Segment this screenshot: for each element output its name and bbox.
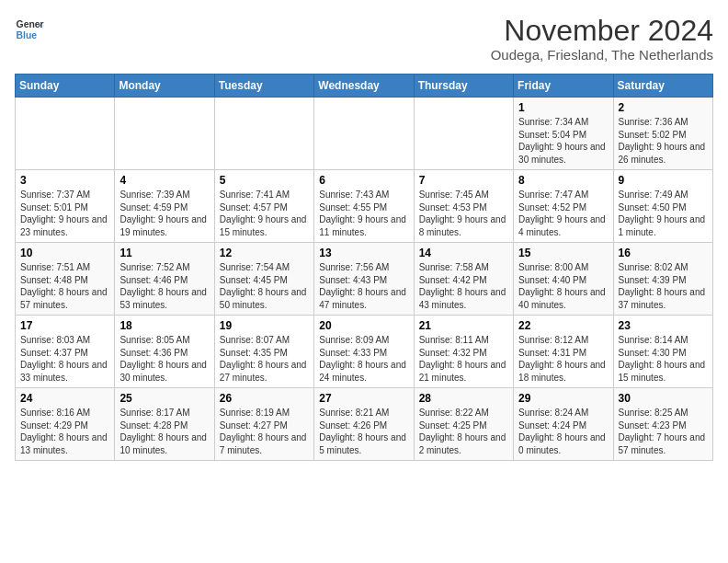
cell-text-line: Sunrise: 7:49 AM	[619, 190, 688, 200]
cell-text-line: Sunset: 4:42 PM	[419, 275, 487, 285]
logo-icon: General Blue	[15, 15, 44, 44]
cell-content: Sunrise: 8:24 AMSunset: 4:24 PMDaylight:…	[518, 407, 608, 456]
calendar-cell: 27Sunrise: 8:21 AMSunset: 4:26 PMDayligh…	[314, 388, 414, 461]
cell-text-line: Sunrise: 7:52 AM	[119, 262, 189, 272]
cell-text-line: Sunrise: 7:45 AM	[419, 190, 489, 200]
cell-text-line: Sunrise: 7:56 AM	[319, 262, 389, 272]
cell-text-line: Sunrise: 8:07 AM	[220, 335, 290, 345]
cell-content: Sunrise: 7:52 AMSunset: 4:46 PMDaylight:…	[119, 261, 209, 311]
cell-text-line: Sunrise: 7:39 AM	[119, 190, 189, 200]
cell-text-line: Sunset: 4:43 PM	[319, 275, 387, 285]
logo: General Blue	[15, 15, 44, 44]
day-number: 1	[518, 101, 608, 114]
cell-text-line: Sunrise: 8:05 AM	[119, 335, 189, 345]
cell-text-line: Sunrise: 8:21 AM	[319, 408, 389, 418]
cell-content: Sunrise: 8:25 AMSunset: 4:23 PMDaylight:…	[619, 407, 708, 456]
cell-text-line: Sunrise: 7:43 AM	[319, 190, 389, 200]
cell-content: Sunrise: 8:21 AMSunset: 4:26 PMDaylight:…	[319, 407, 408, 456]
cell-content: Sunrise: 7:36 AMSunset: 5:02 PMDaylight:…	[619, 116, 708, 166]
cell-text-line: Daylight: 8 hours and 10 minutes.	[119, 432, 207, 455]
cell-text-line: Sunset: 4:48 PM	[20, 275, 88, 285]
day-number: 15	[518, 247, 608, 259]
cell-text-line: Daylight: 9 hours and 1 minute.	[619, 214, 706, 237]
calendar-cell: 16Sunrise: 8:02 AMSunset: 4:39 PMDayligh…	[613, 243, 712, 316]
calendar-header: SundayMondayTuesdayWednesdayThursdayFrid…	[16, 75, 713, 98]
calendar-cell: 5Sunrise: 7:41 AMSunset: 4:57 PMDaylight…	[214, 170, 313, 243]
cell-text-line: Daylight: 9 hours and 8 minutes.	[419, 214, 506, 237]
day-number: 21	[419, 319, 508, 332]
page-title: November 2024	[491, 15, 713, 47]
cell-content: Sunrise: 8:02 AMSunset: 4:39 PMDaylight:…	[619, 261, 708, 311]
calendar-cell: 8Sunrise: 7:47 AMSunset: 4:52 PMDaylight…	[514, 170, 613, 243]
cell-content: Sunrise: 7:47 AMSunset: 4:52 PMDaylight:…	[518, 189, 608, 238]
cell-text-line: Sunset: 5:04 PM	[518, 130, 586, 140]
cell-text-line: Sunrise: 7:41 AM	[220, 190, 290, 200]
cell-text-line: Daylight: 7 hours and 57 minutes.	[619, 432, 706, 455]
day-number: 26	[220, 392, 309, 405]
cell-content: Sunrise: 8:16 AMSunset: 4:29 PMDaylight:…	[20, 407, 109, 456]
calendar-cell	[16, 98, 115, 170]
day-number: 19	[220, 319, 309, 332]
calendar-cell: 13Sunrise: 7:56 AMSunset: 4:43 PMDayligh…	[314, 243, 414, 316]
cell-text-line: Daylight: 8 hours and 2 minutes.	[419, 432, 506, 455]
cell-text-line: Daylight: 8 hours and 7 minutes.	[220, 432, 307, 455]
day-number: 20	[319, 319, 408, 332]
cell-content: Sunrise: 8:07 AMSunset: 4:35 PMDaylight:…	[220, 334, 309, 384]
cell-text-line: Sunset: 4:26 PM	[319, 420, 387, 431]
day-number: 23	[619, 319, 708, 332]
cell-text-line: Daylight: 9 hours and 11 minutes.	[319, 214, 406, 237]
day-number: 24	[20, 392, 109, 405]
cell-text-line: Sunset: 4:32 PM	[419, 348, 487, 358]
day-number: 16	[619, 247, 708, 259]
weekday-header: Sunday	[16, 75, 115, 98]
cell-text-line: Sunset: 4:23 PM	[619, 420, 687, 431]
cell-text-line: Sunrise: 7:54 AM	[220, 262, 290, 272]
cell-text-line: Sunset: 4:57 PM	[220, 202, 288, 213]
cell-text-line: Daylight: 9 hours and 26 minutes.	[619, 142, 706, 165]
calendar-cell: 20Sunrise: 8:09 AMSunset: 4:33 PMDayligh…	[314, 316, 414, 388]
cell-content: Sunrise: 8:22 AMSunset: 4:25 PMDaylight:…	[419, 407, 508, 456]
day-number: 29	[518, 392, 608, 405]
title-block: November 2024 Oudega, Friesland, The Net…	[491, 15, 713, 63]
calendar-cell: 6Sunrise: 7:43 AMSunset: 4:55 PMDaylight…	[314, 170, 414, 243]
day-number: 14	[419, 247, 508, 259]
cell-text-line: Daylight: 8 hours and 43 minutes.	[419, 287, 506, 310]
cell-text-line: Sunset: 4:24 PM	[518, 420, 586, 431]
cell-text-line: Sunset: 4:45 PM	[220, 275, 288, 285]
calendar-cell: 30Sunrise: 8:25 AMSunset: 4:23 PMDayligh…	[613, 388, 712, 461]
cell-text-line: Sunset: 5:02 PM	[619, 130, 687, 140]
cell-text-line: Sunrise: 8:17 AM	[119, 408, 189, 418]
day-number: 11	[119, 247, 209, 259]
cell-text-line: Daylight: 8 hours and 33 minutes.	[20, 360, 108, 383]
cell-text-line: Sunset: 4:25 PM	[419, 420, 487, 431]
cell-content: Sunrise: 8:05 AMSunset: 4:36 PMDaylight:…	[119, 334, 209, 384]
cell-text-line: Daylight: 8 hours and 37 minutes.	[619, 287, 706, 310]
cell-text-line: Sunrise: 8:09 AM	[319, 335, 389, 345]
cell-text-line: Sunset: 5:01 PM	[20, 202, 88, 213]
cell-text-line: Daylight: 8 hours and 30 minutes.	[119, 360, 207, 383]
cell-content: Sunrise: 8:11 AMSunset: 4:32 PMDaylight:…	[419, 334, 508, 384]
cell-text-line: Daylight: 8 hours and 5 minutes.	[319, 432, 406, 455]
cell-content: Sunrise: 7:34 AMSunset: 5:04 PMDaylight:…	[518, 116, 608, 166]
day-number: 28	[419, 392, 508, 405]
cell-content: Sunrise: 7:43 AMSunset: 4:55 PMDaylight:…	[319, 189, 408, 238]
day-number: 10	[20, 247, 109, 259]
calendar-cell: 4Sunrise: 7:39 AMSunset: 4:59 PMDaylight…	[115, 170, 214, 243]
calendar-cell: 17Sunrise: 8:03 AMSunset: 4:37 PMDayligh…	[16, 316, 115, 388]
cell-content: Sunrise: 7:41 AMSunset: 4:57 PMDaylight:…	[220, 189, 309, 238]
calendar-cell: 2Sunrise: 7:36 AMSunset: 5:02 PMDaylight…	[613, 98, 712, 170]
day-number: 7	[419, 174, 508, 187]
calendar-cell: 23Sunrise: 8:14 AMSunset: 4:30 PMDayligh…	[613, 316, 712, 388]
page-header: General Blue November 2024 Oudega, Fries…	[15, 15, 713, 63]
cell-content: Sunrise: 7:56 AMSunset: 4:43 PMDaylight:…	[319, 261, 408, 311]
day-number: 9	[619, 174, 708, 187]
day-number: 22	[518, 319, 608, 332]
weekday-header: Thursday	[414, 75, 513, 98]
cell-text-line: Sunrise: 8:14 AM	[619, 335, 688, 345]
cell-text-line: Daylight: 9 hours and 30 minutes.	[518, 142, 606, 165]
day-number: 25	[119, 392, 209, 405]
header-row: SundayMondayTuesdayWednesdayThursdayFrid…	[16, 75, 713, 98]
calendar-week: 24Sunrise: 8:16 AMSunset: 4:29 PMDayligh…	[16, 388, 713, 461]
cell-text-line: Daylight: 8 hours and 18 minutes.	[518, 360, 606, 383]
cell-text-line: Sunset: 4:55 PM	[319, 202, 387, 213]
